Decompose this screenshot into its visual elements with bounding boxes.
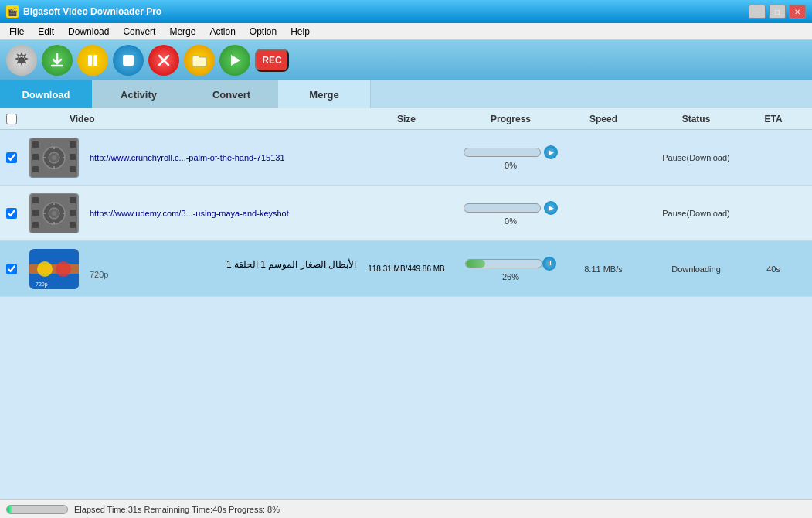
header-eta: ETA [750, 114, 797, 124]
folder-icon [191, 52, 208, 69]
row3-checkbox[interactable] [6, 264, 17, 274]
download-button[interactable] [42, 45, 73, 76]
tabs-bar: Download Activity Convert Merge [0, 80, 812, 108]
row2-checkbox[interactable] [6, 208, 17, 219]
select-all-checkbox[interactable] [6, 114, 17, 124]
menu-help[interactable]: Help [284, 25, 316, 39]
menu-merge[interactable]: Merge [163, 25, 202, 39]
row1-progress-cell: ▶ 0% [457, 145, 565, 170]
settings-button[interactable] [6, 45, 37, 76]
status-bar: Elapsed Time:31s Remainning Time:40s Pro… [0, 499, 812, 518]
row2-progress-cell: ▶ 0% [457, 201, 565, 226]
title-bar: 🎬 Bigasoft Video Downloader Pro ─ □ ✕ [0, 0, 812, 23]
svg-point-38 [37, 261, 53, 277]
app-title: Bigasoft Video Downloader Pro [23, 6, 161, 17]
menu-convert[interactable]: Convert [117, 25, 161, 39]
row1-info: http://www.crunchyroll.c...-palm-of-the-… [85, 153, 356, 162]
svg-rect-10 [32, 154, 39, 160]
table-row: 720p الأبطال الصغار الموسم 1 الحلقة 1 72… [0, 241, 812, 297]
row3-progress-label: 26% [502, 272, 519, 281]
row1-play-btn[interactable]: ▶ [544, 145, 558, 159]
close-button[interactable]: ✕ [789, 5, 806, 19]
film-thumbnail [29, 138, 79, 178]
tab-convert[interactable]: Convert [185, 80, 278, 108]
menu-action[interactable]: Action [203, 25, 241, 39]
anime-thumbnail: 720p [29, 249, 79, 289]
menu-file[interactable]: File [3, 25, 30, 39]
svg-marker-7 [231, 55, 240, 66]
tab-merge[interactable]: Merge [278, 80, 371, 108]
row3-info: الأبطال الصغار الموسم 1 الحلقة 1 720p [85, 259, 356, 279]
status-progress-bar [6, 505, 68, 514]
row1-thumb [23, 138, 85, 178]
row2-progress-row: ▶ [464, 201, 558, 215]
menu-bar: File Edit Download Convert Merge Action … [0, 23, 812, 40]
cancel-button[interactable] [148, 45, 179, 76]
row1-progress-label: 0% [505, 161, 517, 170]
pause-icon [84, 52, 101, 69]
row3-check-cell [0, 264, 23, 274]
play-icon [226, 52, 243, 69]
pause-button[interactable] [77, 45, 108, 76]
header-size: Size [356, 114, 457, 124]
header-progress: Progress [457, 114, 565, 124]
row3-pause-btn[interactable]: ⏸ [542, 257, 556, 271]
row2-progress-bar-bg [464, 203, 541, 213]
row1-check-cell [0, 152, 23, 163]
svg-rect-11 [32, 166, 39, 172]
play-button[interactable] [219, 45, 250, 76]
folder-button[interactable] [184, 45, 215, 76]
row3-progress-row: ⏸ [465, 257, 556, 271]
row3-speed: 8.11 MB/s [565, 264, 642, 274]
record-button[interactable]: REC [255, 49, 289, 72]
row3-progress-bar-fill [466, 260, 485, 268]
stop-icon [120, 52, 137, 69]
header-speed: Speed [565, 114, 642, 124]
svg-rect-14 [70, 166, 76, 172]
row3-progress-bar-bg [465, 259, 542, 268]
tab-download[interactable]: Download [0, 80, 93, 108]
main-content: Download Activity Convert Merge Video Si… [0, 80, 812, 518]
svg-rect-37 [29, 264, 79, 274]
svg-rect-9 [32, 141, 39, 148]
menu-option[interactable]: Option [243, 25, 283, 39]
row2-check-cell [0, 208, 23, 219]
svg-rect-28 [70, 222, 76, 228]
cancel-icon [155, 52, 172, 69]
menu-edit[interactable]: Edit [32, 25, 60, 39]
row3-size: 118.31 MB/449.86 MB [356, 264, 457, 273]
minimize-button[interactable]: ─ [749, 5, 766, 19]
svg-rect-24 [32, 210, 39, 216]
app-icon: 🎬 [6, 5, 19, 18]
header-video: Video [23, 114, 356, 124]
download-icon [49, 52, 66, 69]
film-reel-icon [31, 138, 77, 177]
row1-checkbox[interactable] [6, 152, 17, 163]
table-header: Video Size Progress Speed Status ETA [0, 108, 812, 130]
row3-thumb: 720p [23, 249, 85, 289]
svg-rect-13 [70, 154, 76, 160]
row1-status: Pause(Download) [642, 153, 750, 162]
svg-rect-23 [32, 197, 39, 203]
svg-rect-2 [88, 55, 92, 66]
row3-eta: 40s [750, 264, 797, 274]
row1-url: http://www.crunchyroll.c...-palm-of-the-… [90, 153, 356, 162]
row3-quality: 720p [90, 270, 356, 279]
title-bar-controls[interactable]: ─ □ ✕ [749, 5, 806, 19]
row2-play-btn[interactable]: ▶ [544, 201, 558, 215]
svg-rect-12 [70, 141, 76, 148]
header-check [0, 114, 23, 124]
gear-icon [13, 52, 30, 69]
menu-download[interactable]: Download [62, 25, 115, 39]
svg-rect-4 [123, 55, 134, 66]
row2-status: Pause(Download) [642, 209, 750, 218]
table-body: http://www.crunchyroll.c...-palm-of-the-… [0, 130, 812, 499]
row2-url: https://www.udemy.com/3...-using-maya-an… [90, 209, 356, 218]
toolbar: REC [0, 40, 812, 80]
tab-activity[interactable]: Activity [93, 80, 185, 108]
maximize-button[interactable]: □ [769, 5, 786, 19]
svg-rect-27 [70, 210, 76, 216]
stop-button[interactable] [113, 45, 144, 76]
svg-rect-26 [70, 197, 76, 203]
svg-point-17 [52, 155, 56, 160]
